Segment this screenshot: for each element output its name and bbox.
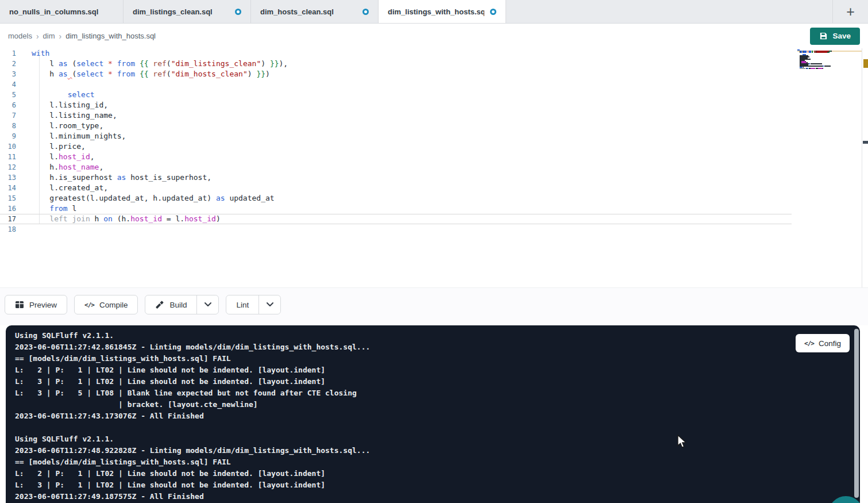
- code-editor[interactable]: 1with2 l as (select * from {{ ref("dim_l…: [0, 48, 868, 287]
- minimap-line: [797, 69, 862, 70]
- dbt-cloud-ide: { "tab_bar": { "tabs": [ { "label": "no_…: [0, 0, 868, 503]
- lint-button[interactable]: Lint: [226, 295, 259, 314]
- code-text: h as (select * from {{ ref("dim_hosts_cl…: [16, 69, 270, 79]
- code-line[interactable]: 13 h.is_superhost as host_is_superhost,: [0, 172, 792, 183]
- line-number: 10: [0, 141, 16, 152]
- tab-label: dim_hosts_clean.sql: [260, 7, 334, 16]
- unsaved-indicator-icon: [362, 9, 369, 15]
- code-line[interactable]: 17 left join h on (h.host_id = l.host_id…: [0, 214, 792, 224]
- breadcrumb-item[interactable]: dim_listings_with_hosts.sql: [65, 32, 156, 40]
- preview-button[interactable]: Preview: [5, 295, 67, 314]
- save-floppy-icon: [819, 32, 828, 40]
- compile-button[interactable]: </> Compile: [74, 295, 138, 314]
- code-line[interactable]: 11 l.host_id,: [0, 152, 792, 162]
- code-line[interactable]: 9 l.minimum_nights,: [0, 131, 792, 141]
- code-line[interactable]: 12 h.host_name,: [0, 162, 792, 172]
- scrollbar-position-marker: [863, 141, 868, 144]
- code-text: l.minimum_nights,: [16, 131, 126, 141]
- tab-dim_listings_clean.sql[interactable]: dim_listings_clean.sql: [124, 0, 251, 23]
- code-text: [16, 79, 32, 90]
- code-text: l.room_type,: [16, 121, 103, 131]
- code-line[interactable]: 4: [0, 79, 792, 90]
- code-text: l as (select * from {{ ref("dim_listings…: [16, 59, 288, 69]
- config-button-label: Config: [819, 339, 841, 348]
- code-line[interactable]: 3 h as (select * from {{ ref("dim_hosts_…: [0, 69, 792, 79]
- tab-dim_listings_with_hosts.sql[interactable]: dim_listings_with_hosts.sql: [379, 0, 506, 23]
- code-line[interactable]: 16 from l: [0, 203, 792, 214]
- terminal-line: L: 3 | P: 5 | LT08 | Blank line expected…: [15, 387, 370, 399]
- terminal-line: L: 3 | P: 1 | LT02 | Line should not be …: [15, 479, 370, 491]
- code-line[interactable]: 18: [0, 224, 792, 235]
- line-number: 1: [0, 48, 16, 59]
- build-button-group: Build: [145, 295, 219, 314]
- code-text: h.is_superhost as host_is_superhost,: [16, 172, 211, 183]
- code-line[interactable]: 1with: [0, 48, 792, 59]
- code-line[interactable]: 10 l.price,: [0, 141, 792, 152]
- terminal-line: L: 2 | P: 1 | LT02 | Line should not be …: [15, 364, 370, 376]
- terminal-line: 2023-06-06T11:27:48.922828Z - Linting mo…: [15, 445, 370, 456]
- tab-label: dim_listings_clean.sql: [133, 7, 213, 16]
- code-brackets-icon: </>: [84, 301, 94, 309]
- code-text: h.host_name,: [16, 162, 103, 172]
- code-text: from l: [16, 203, 76, 214]
- terminal-scrollbar[interactable]: [854, 329, 859, 498]
- breadcrumb-item[interactable]: dim: [43, 32, 55, 40]
- hammer-icon: [155, 300, 164, 309]
- preview-button-label: Preview: [29, 301, 57, 309]
- code-text: l.listing_id,: [16, 100, 108, 110]
- terminal-line: Using SQLFluff v2.1.1.: [15, 330, 370, 341]
- terminal-line: L: 2 | P: 1 | LT02 | Line should not be …: [15, 468, 370, 479]
- code-line[interactable]: 8 l.room_type,: [0, 121, 792, 131]
- tab-dim_hosts_clean.sql[interactable]: dim_hosts_clean.sql: [251, 0, 379, 23]
- code-line[interactable]: 14 l.created_at,: [0, 183, 792, 193]
- save-button[interactable]: Save: [810, 28, 860, 45]
- code-text: left join h on (h.host_id = l.host_id): [16, 214, 221, 224]
- config-button[interactable]: </> Config: [796, 334, 850, 352]
- code-text: l.listing_name,: [16, 110, 117, 121]
- unsaved-indicator-icon: [235, 9, 241, 15]
- chevron-down-icon: [267, 302, 273, 307]
- terminal-line: 2023-06-06T11:27:43.173076Z - All Finish…: [15, 410, 370, 422]
- terminal-line: 2023-06-06T11:27:49.187575Z - All Finish…: [15, 491, 370, 502]
- editor-scroll-gutter[interactable]: [862, 48, 868, 287]
- line-number: 16: [0, 203, 16, 214]
- terminal-line: == [models/dim/dim_listings_with_hosts.s…: [15, 353, 370, 364]
- line-number: 11: [0, 152, 16, 162]
- terminal-panel: Using SQLFluff v2.1.1.2023-06-06T11:27:4…: [6, 325, 860, 503]
- line-number: 5: [0, 90, 16, 100]
- line-number: 14: [0, 183, 16, 193]
- line-number: 4: [0, 79, 16, 90]
- code-line[interactable]: 15 greatest(l.updated_at, h.updated_at) …: [0, 193, 792, 203]
- line-number: 8: [0, 121, 16, 131]
- breadcrumb-item[interactable]: models: [8, 32, 32, 40]
- tab-label: no_nulls_in_columns.sql: [9, 7, 98, 16]
- code-brackets-icon: </>: [804, 340, 814, 347]
- tab-bar-right: +: [832, 0, 868, 23]
- tab-no_nulls_in_columns.sql[interactable]: no_nulls_in_columns.sql: [0, 0, 124, 23]
- code-line[interactable]: 5 select: [0, 90, 792, 100]
- scrollbar-warning-marker: [863, 59, 868, 68]
- line-number: 6: [0, 100, 16, 110]
- build-button-label: Build: [169, 301, 187, 309]
- breadcrumb-bar: models›dim›dim_listings_with_hosts.sql S…: [0, 24, 868, 48]
- code-line[interactable]: 2 l as (select * from {{ ref("dim_listin…: [0, 59, 792, 69]
- code-line[interactable]: 6 l.listing_id,: [0, 100, 792, 110]
- tab-bar: no_nulls_in_columns.sqldim_listings_clea…: [0, 0, 868, 24]
- minimap[interactable]: [797, 49, 862, 70]
- line-number: 17: [0, 214, 16, 224]
- tab-bar-tabs: no_nulls_in_columns.sqldim_listings_clea…: [0, 0, 506, 23]
- build-button[interactable]: Build: [145, 295, 196, 314]
- code-line[interactable]: 7 l.listing_name,: [0, 110, 792, 121]
- plus-icon: +: [846, 3, 855, 20]
- line-number: 13: [0, 172, 16, 183]
- code-text: l.created_at,: [16, 183, 108, 193]
- terminal-line: == [models/dim/dim_listings_with_hosts.s…: [15, 456, 370, 468]
- new-tab-button[interactable]: +: [833, 0, 868, 23]
- code-lines: 1with2 l as (select * from {{ ref("dim_l…: [0, 48, 792, 235]
- breadcrumb-separator-icon: ›: [36, 32, 39, 41]
- line-number: 2: [0, 59, 16, 69]
- terminal-line: L: 3 | P: 1 | LT02 | Line should not be …: [15, 376, 370, 387]
- lint-dropdown-button[interactable]: [259, 295, 280, 314]
- terminal-line: [15, 422, 370, 433]
- build-dropdown-button[interactable]: [196, 295, 218, 314]
